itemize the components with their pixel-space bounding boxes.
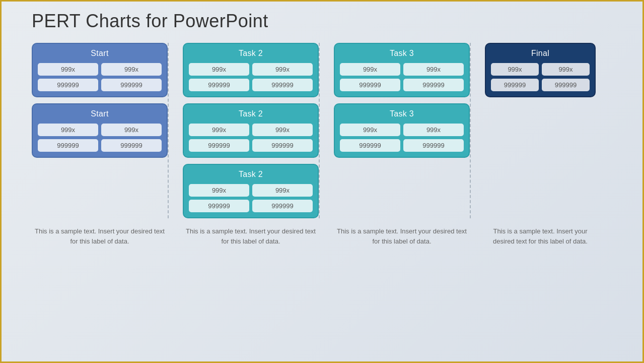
cell-top-left-1: 999x — [38, 63, 98, 76]
card-title-task2-3: Task 2 — [189, 169, 313, 181]
cell-bot-right-1: 999999 — [101, 79, 162, 91]
card-task2-1: Task 2 999x 999x 999999 999999 — [183, 43, 319, 97]
card-title-start-1: Start — [38, 48, 162, 60]
card-row-top-1: 999x 999x — [38, 63, 162, 76]
page-title: PERT Charts for PowerPoint — [2, 2, 642, 38]
cell-bot-left-4: 999999 — [491, 79, 539, 91]
cell-top-right-8: 999x — [252, 184, 313, 197]
card-title-final-1: Final — [491, 48, 590, 60]
card-task3-1: Task 3 999x 999x 999999 999999 — [334, 43, 470, 97]
card-title-task2-2: Task 2 — [189, 108, 313, 120]
cell-bot-left-6: 999999 — [189, 139, 249, 152]
sample-text-col2: This is a sample text. Insert your desir… — [183, 226, 319, 247]
card-row-bottom-5: 999999 999999 — [38, 139, 162, 152]
cell-top-left-4: 999x — [491, 63, 539, 76]
cell-bot-left-1: 999999 — [38, 79, 98, 91]
cell-top-right-6: 999x — [252, 124, 313, 136]
card-title-task3-2: Task 3 — [340, 108, 464, 120]
cell-top-left-2: 999x — [189, 63, 249, 76]
cell-top-right-3: 999x — [403, 63, 464, 76]
pert-grid: Start 999x 999x 999999 999999 Task 2 999… — [27, 43, 622, 218]
card-row-bottom-7: 999999 999999 — [340, 139, 464, 152]
cell-top-right-5: 999x — [101, 124, 162, 136]
cell-bot-right-4: 999999 — [542, 79, 590, 91]
sample-text-row: This is a sample text. Insert your desir… — [27, 218, 622, 247]
card-row-bottom-2: 999999 999999 — [189, 79, 313, 91]
card-final-1: Final 999x 999x 999999 999999 — [485, 43, 596, 97]
card-row-top-8: 999x 999x — [189, 184, 313, 197]
card-start-2: Start 999x 999x 999999 999999 — [32, 103, 168, 158]
sample-text-col1: This is a sample text. Insert your desir… — [32, 226, 168, 247]
card-row-bottom-4: 999999 999999 — [491, 79, 590, 91]
cell-top-right-1: 999x — [101, 63, 162, 76]
cell-bot-right-5: 999999 — [101, 139, 162, 152]
main-content: Start 999x 999x 999999 999999 Task 2 999… — [2, 38, 642, 247]
cell-top-left-6: 999x — [189, 124, 249, 136]
card-start-1: Start 999x 999x 999999 999999 — [32, 43, 168, 97]
card-task3-2: Task 3 999x 999x 999999 999999 — [334, 103, 470, 158]
card-row-top-5: 999x 999x — [38, 124, 162, 136]
cell-bot-right-2: 999999 — [252, 79, 313, 91]
card-row-bottom-3: 999999 999999 — [340, 79, 464, 91]
card-row-bottom-6: 999999 999999 — [189, 139, 313, 152]
sample-text-col3: This is a sample text. Insert your desir… — [334, 226, 470, 247]
cell-top-left-5: 999x — [38, 124, 98, 136]
cell-top-right-2: 999x — [252, 63, 313, 76]
cell-top-left-3: 999x — [340, 63, 400, 76]
cell-top-left-8: 999x — [189, 184, 249, 197]
card-row-top-7: 999x 999x — [340, 124, 464, 136]
card-title-task3-1: Task 3 — [340, 48, 464, 60]
cell-bot-right-8: 999999 — [252, 200, 313, 212]
card-row-top-4: 999x 999x — [491, 63, 590, 76]
card-row-bottom-1: 999999 999999 — [38, 79, 162, 91]
cell-bot-left-7: 999999 — [340, 139, 400, 152]
cell-bot-right-6: 999999 — [252, 139, 313, 152]
cell-top-right-4: 999x — [542, 63, 590, 76]
card-title-task2-1: Task 2 — [189, 48, 313, 60]
pert-grid-wrapper: Start 999x 999x 999999 999999 Task 2 999… — [27, 43, 622, 247]
card-title-start-2: Start — [38, 108, 162, 120]
sample-text-col4: This is a sample text. Insert your desir… — [485, 226, 596, 247]
card-row-bottom-8: 999999 999999 — [189, 200, 313, 212]
column-divider-2 — [319, 43, 320, 218]
cell-bot-left-2: 999999 — [189, 79, 249, 91]
column-divider-3 — [470, 43, 471, 218]
cell-bot-left-3: 999999 — [340, 79, 400, 91]
card-row-top-3: 999x 999x — [340, 63, 464, 76]
cell-bot-left-5: 999999 — [38, 139, 98, 152]
card-row-top-2: 999x 999x — [189, 63, 313, 76]
cell-top-left-7: 999x — [340, 124, 400, 136]
card-task2-2: Task 2 999x 999x 999999 999999 — [183, 103, 319, 158]
card-task2-3: Task 2 999x 999x 999999 999999 — [183, 164, 319, 218]
cell-bot-right-3: 999999 — [403, 79, 464, 91]
cell-bot-right-7: 999999 — [403, 139, 464, 152]
cell-top-right-7: 999x — [403, 124, 464, 136]
card-row-top-6: 999x 999x — [189, 124, 313, 136]
cell-bot-left-8: 999999 — [189, 200, 249, 212]
